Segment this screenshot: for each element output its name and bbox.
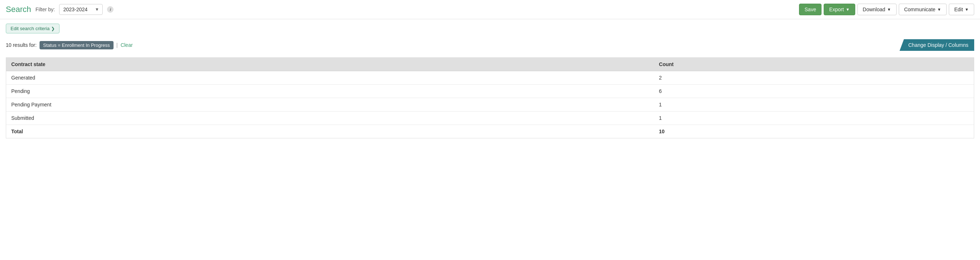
count-cell: 6 — [654, 85, 974, 98]
download-button[interactable]: Download ▼ — [858, 4, 897, 15]
count-cell: 1 — [654, 112, 974, 125]
contract-state-cell: Pending Payment — [6, 98, 654, 112]
sub-header: Edit search criteria ❯ — [0, 19, 980, 36]
count-cell: 1 — [654, 98, 974, 112]
table-header-row: Contract state Count — [6, 58, 974, 71]
download-chevron-icon: ▼ — [887, 7, 891, 12]
count-cell: 2 — [654, 71, 974, 85]
contract-state-cell: Total — [6, 125, 654, 138]
contract-table: Contract state Count Generated2Pending6P… — [6, 58, 974, 138]
page-title: Search — [6, 5, 31, 14]
table-row: Pending Payment1 — [6, 98, 974, 112]
export-chevron-icon: ▼ — [846, 7, 850, 12]
header-right: Save Export ▼ Download ▼ Communicate ▼ E… — [799, 4, 974, 15]
table-row: Pending6 — [6, 85, 974, 98]
export-button[interactable]: Export ▼ — [824, 4, 855, 15]
col-contract-state: Contract state — [6, 58, 654, 71]
edit-button[interactable]: Edit ▼ — [949, 4, 974, 15]
col-count: Count — [654, 58, 974, 71]
info-icon[interactable]: i — [107, 6, 113, 13]
year-filter-wrapper: 2023-2024 2022-2023 2021-2022 ▼ — [59, 4, 103, 15]
edit-search-criteria-button[interactable]: Edit search criteria ❯ — [6, 24, 59, 33]
filter-label: Filter by: — [35, 6, 55, 12]
save-button[interactable]: Save — [799, 4, 821, 15]
table-container: Contract state Count Generated2Pending6P… — [6, 57, 974, 138]
header-left: Search Filter by: 2023-2024 2022-2023 20… — [6, 4, 795, 15]
status-badge: Status = Enrollment In Progress — [40, 41, 113, 49]
clear-link[interactable]: Clear — [121, 42, 132, 48]
change-display-button[interactable]: Change Display / Columns — [899, 39, 974, 51]
edit-chevron-icon: ▼ — [965, 7, 969, 12]
results-row: 10 results for: Status = Enrollment In P… — [0, 36, 980, 54]
results-left: 10 results for: Status = Enrollment In P… — [6, 41, 133, 49]
table-row: Generated2 — [6, 71, 974, 85]
results-count: 10 results for: — [6, 42, 37, 48]
contract-state-cell: Submitted — [6, 112, 654, 125]
communicate-button[interactable]: Communicate ▼ — [899, 4, 947, 15]
communicate-chevron-icon: ▼ — [937, 7, 941, 12]
table-row: Submitted1 — [6, 112, 974, 125]
separator: | — [116, 42, 118, 48]
chevron-right-icon: ❯ — [51, 26, 55, 31]
table-row: Total10 — [6, 125, 974, 138]
contract-state-cell: Generated — [6, 71, 654, 85]
contract-state-cell: Pending — [6, 85, 654, 98]
count-cell: 10 — [654, 125, 974, 138]
year-select[interactable]: 2023-2024 2022-2023 2021-2022 — [59, 4, 103, 15]
header: Search Filter by: 2023-2024 2022-2023 20… — [0, 0, 980, 19]
